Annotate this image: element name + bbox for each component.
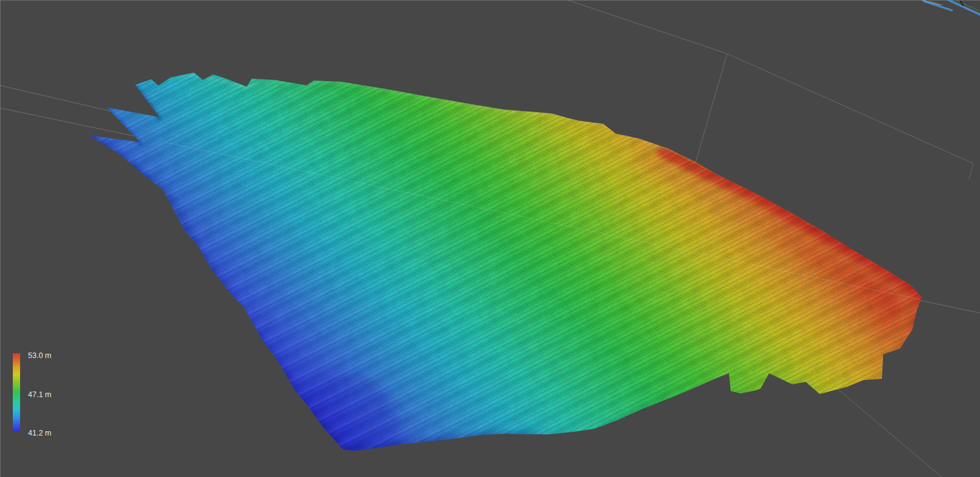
legend-label-min: 41.2 m bbox=[28, 429, 51, 437]
scene-canvas[interactable]: 53.0 m 47.1 m 41.2 m bbox=[0, 0, 980, 477]
legend-label-mid: 47.1 m bbox=[28, 390, 51, 399]
legend-colorbar bbox=[13, 353, 20, 432]
viewport-3d[interactable]: 53.0 m 47.1 m 41.2 m bbox=[0, 0, 980, 477]
legend-label-max: 53.0 m bbox=[28, 351, 51, 360]
